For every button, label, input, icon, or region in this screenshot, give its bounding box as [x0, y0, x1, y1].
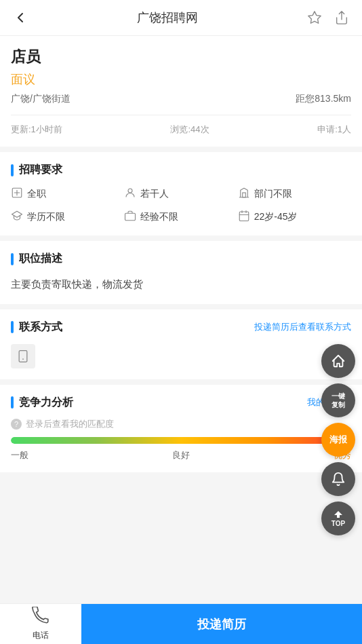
float-buttons: 一键 复制 海报 TOP [321, 344, 355, 535]
svg-rect-3 [125, 213, 136, 221]
req-item-edu: 学历不限 [11, 210, 124, 225]
svg-rect-4 [239, 212, 249, 221]
requirements-grid: 全职 若干人 部门不限 学历不限 经验不限 [11, 187, 351, 225]
progress-bar-bg [11, 437, 351, 444]
req-dept-icon [238, 187, 250, 202]
header-actions [305, 8, 351, 27]
compete-header: 竞争力分析 我的竞争力 [11, 396, 351, 410]
contact-link[interactable]: 投递简历后查看联系方式 [254, 321, 351, 333]
float-top-button[interactable]: TOP [321, 501, 355, 535]
svg-rect-2 [242, 193, 245, 197]
apply-button[interactable]: 投递简历 [81, 604, 362, 644]
label-good: 良好 [172, 449, 190, 461]
match-hint: ? 登录后查看我的匹配度 [11, 418, 351, 430]
match-hint-text: 登录后查看我的匹配度 [26, 418, 114, 430]
competitiveness-section: 竞争力分析 我的竞争力 ? 登录后查看我的匹配度 一般 良好 优秀 [0, 385, 362, 472]
req-age-label: 22岁-45岁 [254, 211, 298, 223]
bottom-bar: 电话 投递简历 [0, 603, 362, 644]
applicant-count: 申请:1人 [317, 124, 351, 136]
compete-title: 竞争力分析 [11, 396, 73, 410]
float-copy-button[interactable]: 一键 复制 [321, 383, 355, 417]
job-salary: 面议 [11, 71, 351, 88]
float-bell-button[interactable] [321, 462, 355, 496]
update-time: 更新:1小时前 [11, 124, 62, 136]
req-edu-label: 学历不限 [27, 211, 65, 223]
req-exp-label: 经验不限 [140, 211, 178, 223]
back-button[interactable] [11, 8, 30, 27]
req-headcount-icon [124, 187, 136, 202]
progress-bar [11, 437, 351, 444]
page-title: 广饶招聘网 [137, 10, 198, 26]
description-section: 职位描述 主要负责寄取快递，物流发货 [0, 241, 362, 304]
description-title: 职位描述 [11, 252, 351, 266]
req-item-type: 全职 [11, 187, 124, 202]
req-item-age: 22岁-45岁 [238, 210, 351, 225]
req-item-dept: 部门不限 [238, 187, 351, 202]
phone-icon [32, 607, 49, 628]
job-info-section: 店员 面议 广饶/广饶街道 距您813.5km 更新:1小时前 浏览:44次 申… [0, 36, 362, 147]
svg-rect-5 [19, 350, 27, 362]
req-exp-icon [124, 210, 136, 225]
star-button[interactable] [305, 8, 324, 27]
req-item-headcount: 若干人 [124, 187, 237, 202]
contact-title: 联系方式 [11, 320, 62, 335]
requirements-section: 招聘要求 全职 若干人 部门不限 学历不限 [0, 152, 362, 235]
contact-section: 联系方式 投递简历后查看联系方式 [0, 309, 362, 379]
req-dept-label: 部门不限 [254, 188, 292, 200]
apply-label: 投递简历 [197, 616, 246, 632]
contact-phone-icon [11, 344, 35, 368]
req-age-icon [238, 210, 250, 225]
share-button[interactable] [332, 8, 351, 27]
req-type-icon [11, 187, 23, 202]
progress-labels: 一般 良好 优秀 [11, 449, 351, 461]
contact-header: 联系方式 投递简历后查看联系方式 [11, 320, 351, 335]
svg-point-1 [128, 189, 132, 193]
question-icon: ? [11, 419, 22, 430]
job-description: 主要负责寄取快递，物流发货 [11, 276, 351, 293]
view-count: 浏览:44次 [170, 124, 209, 136]
req-type-label: 全职 [27, 188, 46, 200]
req-item-exp: 经验不限 [124, 210, 237, 225]
req-headcount-label: 若干人 [140, 188, 169, 200]
float-poster-button[interactable]: 海报 [321, 423, 355, 457]
stats-row: 更新:1小时前 浏览:44次 申请:1人 [11, 115, 351, 136]
top-label: TOP [331, 520, 345, 527]
req-edu-icon [11, 210, 23, 225]
header: 广饶招聘网 [0, 0, 362, 36]
requirements-title: 招聘要求 [11, 163, 351, 177]
location-row: 广饶/广饶街道 距您813.5km [11, 93, 351, 115]
job-title: 店员 [11, 47, 351, 67]
job-distance: 距您813.5km [296, 93, 351, 105]
poster-label: 海报 [329, 434, 347, 446]
phone-label: 电话 [33, 630, 49, 641]
label-general: 一般 [11, 449, 28, 461]
copy-label: 一键 复制 [331, 392, 345, 409]
phone-button[interactable]: 电话 [0, 607, 81, 641]
float-home-button[interactable] [321, 344, 355, 378]
svg-point-6 [22, 358, 24, 360]
job-location: 广饶/广饶街道 [11, 93, 71, 105]
